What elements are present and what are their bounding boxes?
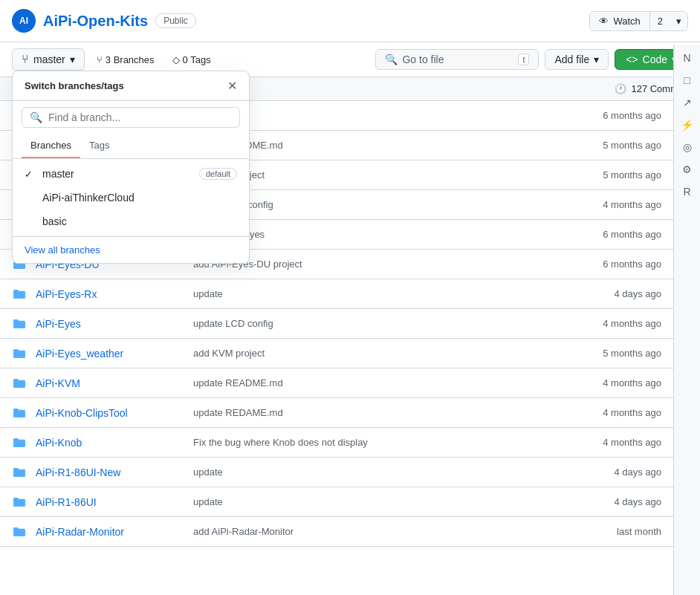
file-name[interactable]: AiPi-Knob [36,437,184,449]
branch-dropdown-panel: Switch branches/tags ✕ 🔍 Branches Tags ✓… [12,71,250,264]
clock-icon: 🕐 [615,83,626,94]
add-file-button[interactable]: Add file ▾ [545,49,609,70]
file-commit[interactable]: add AiPi-Eyes-DU project [193,259,578,270]
branch-search-input[interactable] [48,111,232,123]
file-commit[interactable]: update [193,288,578,299]
repo-title[interactable]: AiPi-Open-Kits [43,13,148,30]
file-commit[interactable]: update AiP-Eyes [193,229,578,240]
folder-icon [12,495,27,510]
file-date: 4 days ago [587,288,661,299]
file-name[interactable]: AiPi-Knob-ClipsTool [36,407,184,419]
folder-icon [12,376,27,391]
branch-item[interactable]: basic [13,209,249,233]
file-name[interactable]: AiPi-R1-86UI-New [36,466,184,478]
dropdown-header: Switch branches/tags ✕ [13,71,249,101]
file-commit[interactable]: update [193,496,578,507]
folder-icon [12,524,27,539]
file-date: 4 months ago [587,377,661,388]
sidebar-icon-gear[interactable]: ⚙ [680,162,695,177]
file-commit[interactable]: update LCD config [193,199,578,210]
file-date: 6 months ago [587,259,661,270]
branch-fork-icon: ⑂ [97,54,103,65]
file-date: 4 months ago [587,407,661,418]
folder-icon [12,287,27,302]
file-commit[interactable]: update [193,466,578,478]
table-row: AiPi-Eyes update LCD config 4 months ago [0,309,673,339]
table-row: AiPi-R1-86UI update 4 days ago [0,487,673,517]
view-all-branches[interactable]: View all branches [13,236,249,263]
file-name[interactable]: AiPi-R1-86UI [36,496,184,508]
branch-item-name: basic [42,215,237,227]
default-badge: default [199,168,237,180]
sidebar-icon-star[interactable]: ⚡ [680,117,695,132]
file-date: 4 days ago [587,496,661,507]
repo-logo: AI [12,9,36,33]
table-row: AiPi-Knob-ClipsTool update REDAME.md 4 m… [0,398,673,428]
add-file-dropdown-arrow: ▾ [594,53,599,65]
folder-icon [12,316,27,331]
watch-button[interactable]: 👁 Watch 2 ▾ [589,11,688,31]
search-icon: 🔍 [385,53,398,65]
tab-branches[interactable]: Branches [22,134,80,158]
table-row: AiPi-Knob Fix the bug where Knob does no… [0,428,673,458]
branch-item[interactable]: AiPi-aiThinkerCloud [13,186,249,209]
folder-icon [12,435,27,450]
sidebar-icon-r: R [680,184,695,199]
file-commit[interactable]: add KVM project [193,169,578,181]
search-box[interactable]: 🔍 [22,107,240,128]
code-icon: <> [626,53,638,65]
tab-tags[interactable]: Tags [80,134,118,158]
file-commit[interactable]: Fix the bug where Knob does not display [193,437,578,448]
tags-link[interactable]: ◇ 0 Tags [166,51,217,69]
folder-icon [12,465,27,480]
file-date: 4 months ago [587,318,661,329]
tag-icon: ◇ [172,54,180,65]
file-date: 6 months ago [587,229,661,240]
watch-dropdown-arrow[interactable]: ▾ [670,12,687,30]
folder-icon [12,406,27,420]
sidebar-icon-watch[interactable]: □ [680,73,695,88]
branch-item-name: master [42,168,199,180]
watch-label: Watch [613,16,640,27]
branch-button[interactable]: ⑂ master ▾ [12,48,85,71]
file-name[interactable]: AiPi-Eyes_weather [36,348,184,360]
right-sidebar: N □ ↗ ⚡ ◎ ⚙ R [673,45,700,547]
sidebar-icon-arrow[interactable]: ↗ [680,95,695,110]
close-button[interactable]: ✕ [227,79,237,93]
file-commit[interactable]: add AiPi-Radar-Monitor [193,526,578,537]
file-name[interactable]: AiPi-Eyes-Rx [36,288,184,300]
file-date: last month [587,526,661,537]
branch-item[interactable]: ✓ master default [13,162,249,186]
branch-tabs: Branches Tags [13,134,249,159]
repo-header: AI AiPi-Open-Kits Public 👁 Watch 2 ▾ [0,0,700,42]
file-commit[interactable]: update REDAME.md [193,407,578,418]
file-name[interactable]: AiPi-KVM [36,377,184,389]
branches-link[interactable]: ⑂ 3 Branches [91,51,161,69]
goto-shortcut: t [518,53,529,65]
table-row: AiPi-Eyes_weather add KVM project 5 mont… [0,339,673,368]
goto-file-button[interactable]: 🔍 Go to file t [375,49,539,70]
file-commit[interactable]: update README.md [193,140,578,151]
file-commit[interactable]: update [193,110,578,121]
branch-check-icon: ✓ [25,169,36,180]
branches-count: 3 Branches [106,54,155,65]
dropdown-title: Switch branches/tags [25,80,124,91]
file-name[interactable]: AiPi-Eyes [36,318,184,330]
watch-btn-main[interactable]: 👁 Watch [590,12,649,30]
table-row: AiPi-KVM update README.md 4 months ago [0,368,673,398]
tags-count: 0 Tags [183,54,211,65]
file-commit[interactable]: add KVM project [193,348,578,359]
file-date: 5 months ago [587,348,661,359]
file-commit[interactable]: update LCD config [193,318,578,329]
table-row: AiPi-R1-86UI-New update 4 days ago [0,458,673,487]
branch-icon: ⑂ [22,53,29,66]
file-commit[interactable]: update README.md [193,377,578,388]
file-date: 5 months ago [587,140,661,151]
search-icon: 🔍 [30,111,42,123]
branch-list: ✓ master default AiPi-aiThinkerCloud bas… [13,159,249,236]
visibility-badge: Public [155,13,196,28]
watch-count[interactable]: 2 [650,12,670,30]
sidebar-icon-fork[interactable]: ◎ [680,140,695,155]
folder-icon [12,346,27,361]
file-name[interactable]: AiPi-Radar-Monitor [36,526,184,538]
